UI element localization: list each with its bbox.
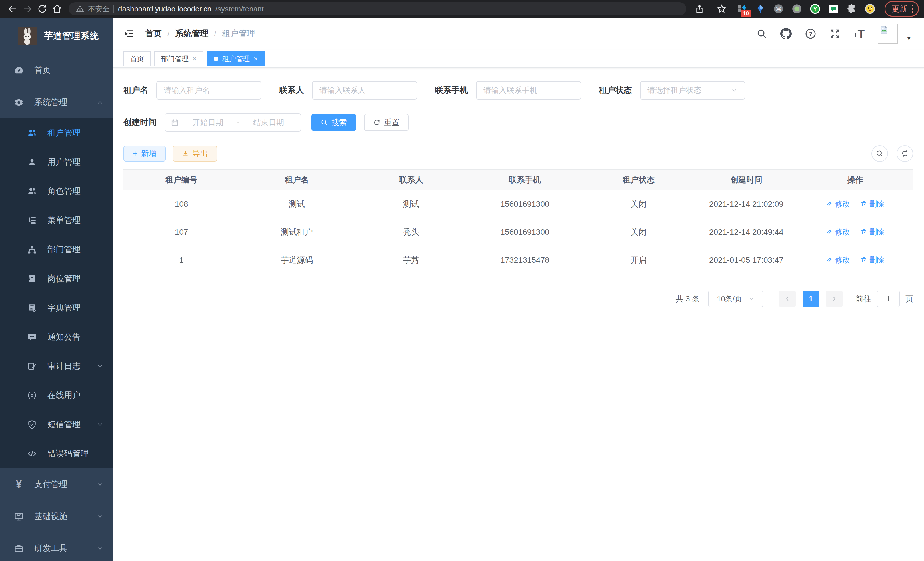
sidebar-item-menu[interactable]: 菜单管理 [0, 206, 113, 235]
extension-icon-y-green[interactable]: Y [810, 3, 820, 14]
browser-back-button[interactable] [5, 2, 20, 16]
delete-link[interactable]: 删除 [860, 255, 884, 265]
edit-link[interactable]: 修改 [826, 255, 850, 265]
github-link[interactable] [780, 28, 792, 39]
breadcrumb-home[interactable]: 首页 [145, 28, 162, 39]
refresh-icon [901, 150, 909, 158]
collapse-sidebar-icon [123, 28, 135, 39]
sidebar-item-pay[interactable]: ¥ 支付管理 [0, 468, 113, 500]
tab-tenant[interactable]: 租户管理 × [207, 51, 265, 66]
close-icon[interactable]: × [254, 56, 258, 62]
close-icon[interactable]: × [193, 56, 196, 62]
delete-link[interactable]: 删除 [860, 199, 884, 209]
fullscreen-button[interactable] [830, 28, 840, 39]
browser-reload-button[interactable] [35, 2, 50, 16]
chat-bubble-icon [828, 4, 838, 14]
sidebar-item-error-code[interactable]: 错误码管理 [0, 439, 113, 468]
breadcrumb: 首页 / 系统管理 / 租户管理 [145, 28, 255, 39]
sidebar-item-system[interactable]: 系统管理 [0, 86, 113, 118]
cell-tenant-name: 测试租户 [239, 218, 354, 246]
goto-label: 前往 [856, 294, 871, 304]
edit-link[interactable]: 修改 [826, 227, 850, 237]
message-icon [26, 332, 38, 342]
extension-icon-puzzle[interactable] [846, 3, 857, 14]
toggle-search-button[interactable] [872, 145, 888, 162]
sidebar-item-post[interactable]: 岗位管理 [0, 264, 113, 293]
sidebar-item-dev-tools[interactable]: 研发工具 [0, 532, 113, 561]
delete-link[interactable]: 删除 [860, 227, 884, 237]
add-button[interactable]: + 新增 [123, 146, 166, 162]
goto-page-input[interactable] [877, 290, 900, 307]
prev-page-button[interactable] [779, 290, 796, 307]
tenant-name-input[interactable] [156, 81, 261, 99]
column-header-mobile: 联系手机 [468, 170, 582, 190]
tab-home[interactable]: 首页 [123, 51, 151, 66]
extension-icon-green-dot[interactable] [791, 3, 802, 14]
sidebar-item-sms[interactable]: 短信管理 [0, 410, 113, 439]
sidebar-item-audit-log[interactable]: 审计日志 [0, 352, 113, 381]
page-unit-label: 页 [905, 294, 913, 304]
calendar-icon [171, 118, 179, 126]
page-size-select[interactable]: 10条/页 [708, 290, 763, 307]
emoji-face-icon [865, 3, 875, 15]
sidebar-item-home[interactable]: 首页 [0, 54, 113, 86]
monitor-icon [13, 511, 25, 521]
header-search-button[interactable] [756, 28, 767, 39]
app-logo-row[interactable]: 芋道管理系统 [0, 18, 113, 54]
address-bar[interactable]: 不安全 dashboard.yudao.iocoder.cn/system/te… [69, 2, 686, 15]
caret-down-icon[interactable]: ▼ [906, 35, 912, 42]
mobile-input[interactable] [476, 81, 581, 99]
browser-bookmark-button[interactable] [714, 2, 729, 16]
extension-icon-chat[interactable] [828, 3, 839, 14]
cell-tenant-id: 1 [123, 246, 239, 274]
search-icon [756, 28, 767, 39]
tags-view-bar: 首页 部门管理 × 租户管理 × [113, 50, 924, 68]
sidebar-item-label: 错误码管理 [47, 448, 104, 459]
collapse-sidebar-button[interactable] [123, 28, 135, 39]
page-number-button[interactable]: 1 [802, 290, 819, 307]
contact-input[interactable] [312, 81, 417, 99]
tab-dept[interactable]: 部门管理 × [154, 51, 203, 66]
edit-link[interactable]: 修改 [826, 199, 850, 209]
sidebar-item-online-users[interactable]: 在线用户 [0, 381, 113, 410]
users-icon [26, 186, 38, 196]
sidebar-item-label: 审计日志 [47, 361, 97, 372]
extension-icon-emoji[interactable] [865, 3, 875, 14]
export-button[interactable]: 导出 [172, 146, 217, 162]
avatar[interactable] [878, 24, 898, 44]
help-button[interactable]: ? [805, 28, 816, 39]
extension-icon-command[interactable]: ⌘ [773, 3, 784, 14]
sidebar-item-infra[interactable]: 基础设施 [0, 500, 113, 532]
sidebar-item-user[interactable]: 用户管理 [0, 147, 113, 177]
delete-label: 删除 [869, 255, 884, 265]
sidebar-item-dict[interactable]: 字典管理 [0, 293, 113, 323]
font-size-button[interactable]: TT [854, 29, 865, 39]
create-time-range-picker[interactable]: 开始日期 - 结束日期 [165, 113, 301, 132]
refresh-table-button[interactable] [897, 145, 913, 162]
sidebar-item-tenant[interactable]: 租户管理 [0, 118, 113, 147]
github-icon [780, 28, 792, 39]
browser-menu-icon[interactable] [912, 5, 915, 13]
reload-icon [37, 4, 47, 14]
shield-check-icon [26, 420, 38, 429]
browser-update-button[interactable]: 更新 [885, 1, 919, 17]
sidebar-item-label: 首页 [34, 65, 104, 76]
column-header-id: 租户编号 [123, 170, 239, 190]
cell-created: 2021-12-14 20:49:44 [695, 218, 797, 246]
browser-share-button[interactable] [692, 2, 707, 16]
search-button[interactable]: 搜索 [311, 114, 356, 131]
pagination: 共 3 条 10条/页 1 前往 [123, 290, 913, 307]
breadcrumb-system[interactable]: 系统管理 [176, 28, 208, 39]
delete-label: 删除 [869, 199, 884, 209]
sidebar-item-role[interactable]: 角色管理 [0, 177, 113, 206]
browser-forward-button[interactable] [20, 2, 35, 16]
sidebar-item-notice[interactable]: 通知公告 [0, 323, 113, 352]
column-header-created: 创建时间 [695, 170, 797, 190]
extension-icon-kite[interactable] [755, 3, 766, 14]
reset-button[interactable]: 重置 [364, 114, 409, 131]
next-page-button[interactable] [826, 290, 843, 307]
sidebar-item-dept[interactable]: 部门管理 [0, 235, 113, 264]
status-select[interactable]: 请选择租户状态 [640, 81, 745, 99]
extension-icon-tampermonkey[interactable]: 10 [736, 3, 747, 14]
browser-home-button[interactable] [50, 2, 64, 16]
